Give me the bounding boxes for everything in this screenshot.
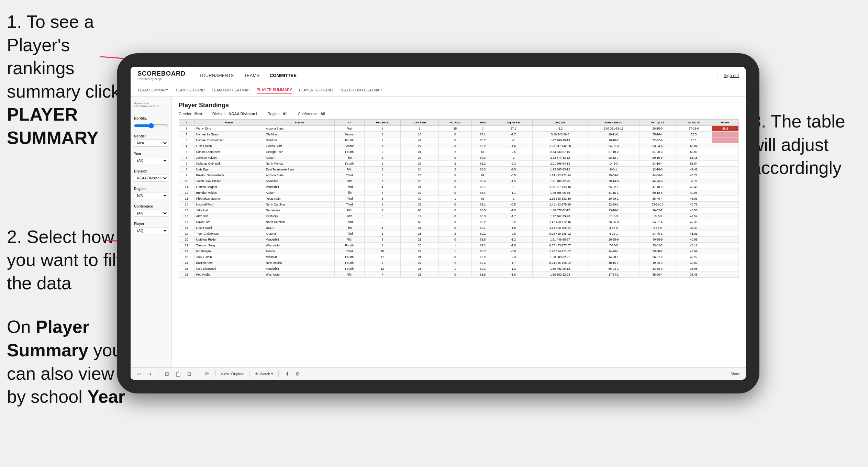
table-cell [712, 196, 739, 202]
table-cell: -2 [494, 137, 533, 143]
sidebar-update-time: Update time: 27/03/2024 16:56:26 [134, 102, 168, 111]
table-row: 2Michael Le SassoOle MissSecond118067.1-… [179, 132, 739, 137]
table-cell: Vanderbilt [264, 184, 334, 190]
filter-conference-value: All [321, 112, 325, 116]
table-cell: 69.1 [471, 202, 494, 208]
table-cell: 1 [364, 202, 400, 208]
sub-nav-player-h2h-heatmap[interactable]: PLAYER H2H HEATMAP [340, 86, 382, 94]
table-cell: -1.2 [494, 266, 533, 272]
sub-nav-player-summary[interactable]: PLAYER SUMMARY [257, 86, 292, 94]
table-cell: 1.92 467-29-23 [533, 213, 588, 219]
redo-btn[interactable]: ↪ [146, 370, 153, 377]
table-cell: 69 [471, 173, 494, 178]
division-select[interactable]: NCAA Division I [134, 175, 168, 182]
undo-btn[interactable]: ↩ [136, 370, 143, 377]
settings-btn[interactable]: ⚙ [294, 370, 301, 377]
player-select[interactable]: (All) [134, 227, 168, 234]
nav-committee[interactable]: COMMITTEE [270, 71, 297, 80]
table-cell: 1.50 387-133-16 [533, 184, 588, 190]
sub-nav-team-h2h-heatmap[interactable]: TEAM H2H HEATMAP [212, 86, 250, 94]
table-cell: Fourth [334, 137, 364, 143]
sub-nav-player-h2h-grid[interactable]: PLAYER H2H GRID [299, 86, 333, 94]
table-cell: 12-16-3 [639, 167, 676, 173]
filter-gender: Gender: Men [179, 112, 202, 116]
table-cell: 43.83 [676, 196, 712, 202]
gender-select[interactable]: Men [134, 140, 168, 147]
copy-btn[interactable]: ⊞ [164, 370, 170, 377]
table-cell: Alex Goff [194, 213, 264, 219]
col-no-rds: No. Rds. [439, 120, 471, 126]
region-select[interactable]: N/A [134, 192, 168, 199]
table-cell: 0 [439, 202, 471, 208]
table-cell: 6 [179, 155, 194, 161]
no-rds-slider[interactable] [134, 123, 168, 129]
refresh-btn[interactable]: ⟳ [203, 370, 210, 377]
table-cell: Fifth [334, 237, 364, 243]
conference-select[interactable]: (All) [134, 210, 168, 217]
table-cell: -0.8 [494, 231, 533, 237]
sidebar-gender: Gender Men [134, 134, 168, 147]
share-button[interactable]: Share [731, 372, 741, 376]
nav-tournaments[interactable]: TOURNAMENTS [199, 71, 234, 80]
sign-out-link[interactable]: Sign out [724, 73, 739, 78]
table-cell: 1 [400, 126, 439, 132]
table-cell: 18 [179, 225, 194, 231]
table-cell: Fourth [334, 254, 364, 260]
table-cell: 15 [439, 126, 471, 132]
region-label: Region [134, 187, 168, 191]
table-cell: First [334, 155, 364, 161]
view-label: View: Original [221, 372, 244, 376]
table-cell: Texas A&M [264, 196, 334, 202]
table-cell: 6 [364, 196, 400, 202]
table-cell: 9 [364, 219, 400, 225]
sub-nav-team-summary[interactable]: TEAM SUMMARY [137, 86, 168, 94]
table-cell: 68.2 [471, 161, 494, 167]
table-cell: Luke Claton [194, 143, 264, 149]
table-cell: 0 [439, 132, 471, 137]
table-cell: 2 [439, 231, 471, 237]
no-rds-label: No Rds. [134, 116, 168, 120]
table-cell: 1.15 628-192-30 [533, 196, 588, 202]
table-cell: 1.43 514-111-52 [533, 248, 588, 254]
table-cell: 0 [439, 272, 471, 278]
table-cell: 28-15-0 [639, 126, 676, 132]
table-cell: 19 [179, 231, 194, 237]
table-cell: 3 [364, 173, 400, 178]
table-cell: 6 [364, 237, 400, 243]
year-select[interactable]: (All) [134, 157, 168, 164]
export-btn[interactable]: ⬇ [284, 370, 291, 377]
table-cell: First [334, 225, 364, 231]
step1-bold: PLAYER SUMMARY [7, 104, 99, 148]
sidebar-division: Division NCAA Division I [134, 169, 168, 182]
table-cell: Christo Lamprecht [194, 149, 264, 155]
grid-btn[interactable]: ⊟ [186, 370, 193, 377]
table-cell: 58.18 [676, 155, 712, 161]
table-cell: Auburn [264, 155, 334, 161]
col-wins: Wins [471, 120, 494, 126]
nav-teams[interactable]: TEAMS [244, 71, 259, 80]
watch-button[interactable]: 👁 Watch ▾ [255, 371, 274, 376]
paste-btn[interactable]: 📋 [174, 370, 182, 377]
sub-nav-team-h2h-grid[interactable]: TEAM H2H GRID [175, 86, 205, 94]
logo-area: SCOREBOARD Powered by clippi [137, 70, 186, 81]
table-cell: First [334, 126, 364, 132]
table-cell: 20 [179, 237, 194, 243]
table-cell: 44-64-6 [639, 173, 676, 178]
table-cell: 16 [179, 213, 194, 219]
table-cell: Phichaksn Maichon [194, 196, 264, 202]
table-cell: 28-12-7 [588, 155, 639, 161]
table-cell: 69.4 [471, 260, 494, 266]
table-cell: -2 [494, 155, 533, 161]
table-cell: Vanderbilt [264, 237, 334, 243]
table-cell: Jack Lundin [194, 254, 264, 260]
table-cell: 0 [439, 178, 471, 184]
table-cell: 54-51-4 [639, 219, 676, 225]
table-cell: 30 [400, 196, 439, 202]
main-navigation: SCOREBOARD Powered by clippi TOURNAMENTS… [131, 67, 746, 84]
table-cell: 1.65 492-96-12 [533, 266, 588, 272]
table-cell: -2.5 [494, 167, 533, 173]
table-cell: 1.71 489-72-25 [533, 178, 588, 184]
table-cell: 40.02 [676, 260, 712, 266]
table-cell: 0.74 616-168-22 [533, 260, 588, 266]
table-cell: 24 [400, 248, 439, 254]
